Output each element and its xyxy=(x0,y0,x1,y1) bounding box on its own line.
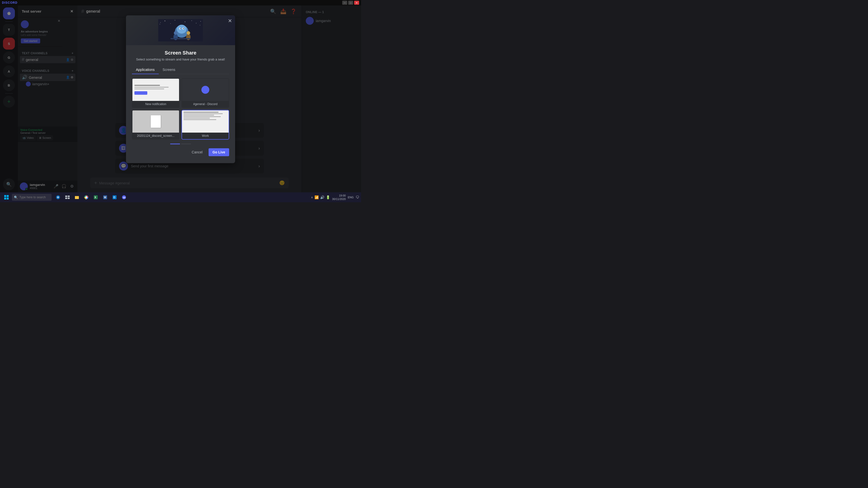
svg-rect-28 xyxy=(65,196,67,197)
taskbar-app-cortana[interactable] xyxy=(54,193,62,202)
svg-point-3 xyxy=(170,23,171,24)
outlook-icon: O xyxy=(112,195,117,200)
notification-center-icon[interactable]: 🗨 xyxy=(355,195,359,199)
app-preview-discord xyxy=(182,78,229,101)
app-name-discord: #general - Discord xyxy=(182,101,229,107)
app-name-work: Work xyxy=(182,133,229,139)
app-name-notification: New notification xyxy=(132,101,179,107)
svg-rect-33 xyxy=(75,196,76,197)
preview-button xyxy=(134,91,147,95)
discord-preview-icon xyxy=(202,86,209,94)
time-display: 19:00 xyxy=(332,194,346,197)
tab-applications[interactable]: Applications xyxy=(132,66,159,74)
preview-line-3 xyxy=(134,89,164,89)
language-indicator[interactable]: ENG xyxy=(348,196,354,199)
discord-taskbar-icon: dc xyxy=(122,195,126,200)
excel-icon: X xyxy=(93,195,98,200)
svg-point-12 xyxy=(177,25,187,34)
svg-rect-22 xyxy=(4,195,6,197)
network-icon[interactable]: 📶 xyxy=(314,195,319,199)
app-item-work[interactable]: Work xyxy=(182,110,229,139)
preview-line-2 xyxy=(134,87,168,88)
date-display: 30/11/2020 xyxy=(332,197,346,201)
modal-title: Screen Share xyxy=(132,50,229,56)
app-item-file[interactable]: 20201124_discord_screen... xyxy=(132,110,180,139)
minimize-button[interactable]: ─ xyxy=(342,1,347,5)
svg-point-16 xyxy=(183,28,184,29)
file-icon xyxy=(151,115,161,128)
modal-illustration: × × ✕ xyxy=(126,15,235,45)
app-preview-file xyxy=(132,110,179,133)
tab-screens[interactable]: Screens xyxy=(159,66,179,74)
modal-tabs: Applications Screens xyxy=(132,66,229,74)
volume-icon[interactable]: 🔊 xyxy=(320,195,324,199)
taskbar-search-box[interactable]: 🔍 xyxy=(12,194,52,201)
word-icon: W xyxy=(103,195,107,200)
svg-rect-23 xyxy=(7,195,9,197)
taskbar-system-icons: ∧ 📶 🔊 🔋 xyxy=(311,195,330,199)
preview-line-1 xyxy=(134,85,160,86)
modal-close-button[interactable]: ✕ xyxy=(228,18,232,24)
cortana-icon xyxy=(56,195,61,200)
taskview-icon xyxy=(65,195,70,200)
svg-rect-21 xyxy=(170,38,191,39)
taskbar-app-excel[interactable]: X xyxy=(91,193,100,202)
app-item-discord[interactable]: #general - Discord xyxy=(182,78,229,108)
taskbar-time[interactable]: 19:00 30/11/2020 xyxy=(332,194,346,201)
app-item-notification[interactable]: New notification xyxy=(132,78,180,108)
svg-text:W: W xyxy=(104,196,106,199)
go-live-button[interactable]: Go Live xyxy=(209,148,229,156)
doc-line-2 xyxy=(184,113,223,114)
modal-footer: Cancel Go Live xyxy=(132,148,229,158)
scroll-dot-2 xyxy=(181,143,191,144)
doc-line-6 xyxy=(184,119,216,120)
file-preview xyxy=(132,110,179,133)
svg-point-35 xyxy=(85,196,87,198)
taskbar-app-explorer[interactable] xyxy=(72,193,81,202)
taskbar-app-taskview[interactable] xyxy=(63,193,72,202)
screen-share-modal: × × ✕ Screen Share Select something to s… xyxy=(126,15,235,163)
app-name-file: 20201124_discord_screen... xyxy=(132,133,179,139)
discord-logo: DISCORD xyxy=(2,1,18,4)
taskbar-app-discord[interactable]: dc xyxy=(120,193,128,202)
start-button[interactable] xyxy=(2,194,11,201)
taskbar-search-input[interactable] xyxy=(19,196,50,199)
doc-line-5 xyxy=(184,118,210,119)
close-button[interactable]: ✕ xyxy=(354,1,359,5)
svg-text:×: × xyxy=(159,23,160,25)
svg-point-1 xyxy=(160,22,161,23)
taskbar-right: ∧ 📶 🔊 🔋 19:00 30/11/2020 ENG 🗨 xyxy=(311,194,359,201)
app-preview-notification xyxy=(132,78,179,101)
taskbar-app-outlook[interactable]: O xyxy=(110,193,119,202)
svg-rect-24 xyxy=(4,198,6,199)
title-bar: DISCORD ─ □ ✕ xyxy=(0,0,361,5)
svg-point-2 xyxy=(165,21,165,21)
taskbar-app-chrome[interactable] xyxy=(82,193,91,202)
up-arrow-icon[interactable]: ∧ xyxy=(311,196,313,199)
app-preview-work xyxy=(182,110,229,133)
scroll-indicator xyxy=(132,143,229,144)
doc-line-3 xyxy=(184,115,214,116)
svg-point-6 xyxy=(191,21,192,21)
battery-icon[interactable]: 🔋 xyxy=(326,195,330,199)
taskbar: 🔍 xyxy=(0,192,361,202)
svg-rect-29 xyxy=(68,196,70,197)
explorer-icon xyxy=(74,195,80,200)
cancel-button[interactable]: Cancel xyxy=(188,148,207,156)
doc-preview xyxy=(182,110,229,133)
svg-point-18 xyxy=(174,31,177,35)
svg-rect-30 xyxy=(65,198,67,199)
windows-logo xyxy=(4,195,9,200)
svg-point-4 xyxy=(175,20,175,21)
doc-line-1 xyxy=(184,112,218,112)
scroll-dot-1 xyxy=(170,143,180,144)
svg-text:dc: dc xyxy=(123,196,126,199)
svg-text:X: X xyxy=(94,196,96,199)
taskbar-app-word[interactable]: W xyxy=(101,193,110,202)
illustration-svg: × × xyxy=(158,18,203,43)
maximize-button[interactable]: □ xyxy=(348,1,353,5)
app-grid: New notification #general - Discord xyxy=(132,78,229,139)
svg-rect-31 xyxy=(68,198,70,199)
window-controls: ─ □ ✕ xyxy=(342,1,359,5)
modal-subtitle: Select something to stream and have your… xyxy=(132,57,229,62)
